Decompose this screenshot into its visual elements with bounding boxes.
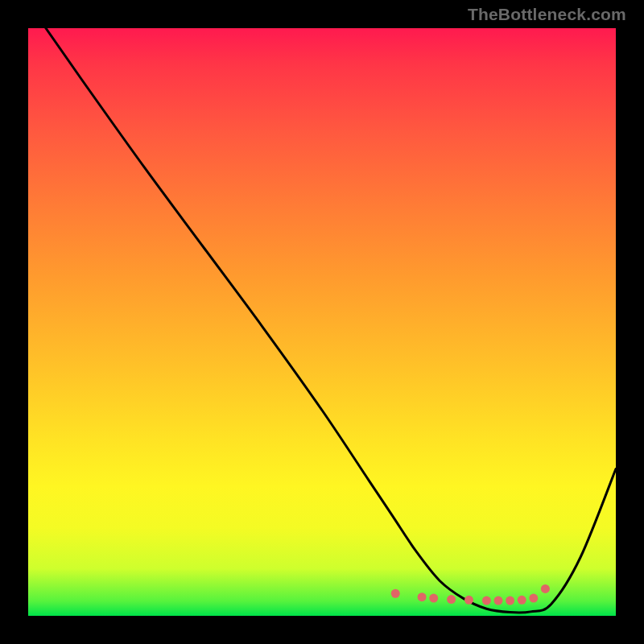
chart-container: TheBottleneck.com [0,0,644,644]
curve-overlay [28,28,616,616]
attribution-text: TheBottleneck.com [468,5,626,24]
bottleneck-curve [46,28,616,613]
highlight-dot [447,595,456,604]
highlight-dot [464,596,473,605]
highlight-dot [529,594,538,603]
highlight-dot [518,596,526,605]
highlight-dot [429,594,438,603]
highlight-dot [391,589,400,598]
highlight-dot [482,597,491,605]
highlight-dot [541,584,550,593]
highlight-dot [494,597,503,605]
highlight-dots [391,584,550,605]
highlight-dot [506,597,514,605]
plot-area [28,28,616,616]
highlight-dot [418,592,427,601]
